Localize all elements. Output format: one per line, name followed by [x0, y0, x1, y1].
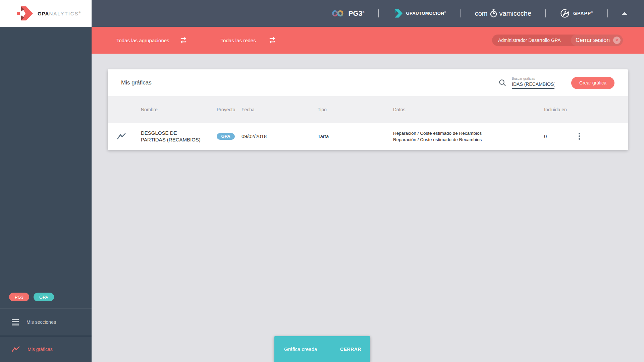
- compravamicoche-logo: com vamicoche: [475, 9, 531, 18]
- col-header-nombre: Nombre: [141, 107, 217, 112]
- gpapp-wrench-icon: [560, 8, 570, 18]
- col-header-incluida-en: Incluida en: [544, 107, 575, 112]
- gpa-badge: GPA: [34, 293, 54, 301]
- session-pill: Administrador Desarrollo GPA Cerrar sesi…: [492, 35, 623, 46]
- divider: [545, 9, 546, 17]
- table-row[interactable]: DESGLOSE DE PARTIDAS (RECAMBIOS) GPA 09/…: [108, 123, 628, 150]
- sections-list-icon: [12, 319, 19, 325]
- snackbar-message: Gráfica creada: [284, 346, 317, 352]
- page-title: Mis gráficas: [121, 79, 152, 86]
- create-chart-button[interactable]: Crear gráfica: [571, 77, 614, 89]
- snackbar-close-button[interactable]: CERRAR: [340, 347, 361, 352]
- filter-bar: Todas las agrupaciones Todas las redes A…: [92, 27, 644, 54]
- col-header-tipo: Tipo: [318, 107, 393, 112]
- gpautomocion-arrow-icon: [393, 9, 402, 18]
- top-bar: GPANALYTICS® PG3®: [0, 0, 644, 27]
- swap-redes-icon[interactable]: [268, 37, 276, 44]
- divider: [607, 9, 608, 17]
- sidebar-badges: PG3 GPA: [9, 293, 54, 301]
- card-header: Mis gráficas Buscar gráficas IDAS (RECAM…: [108, 69, 628, 96]
- search-icon[interactable]: [498, 79, 506, 87]
- col-header-datos: Datos: [393, 107, 544, 112]
- agrupaciones-filter[interactable]: Todas las agrupaciones: [116, 38, 169, 43]
- current-user-label: Administrador Desarrollo GPA: [492, 38, 571, 43]
- table-header-row: Nombre Proyecto Fecha Tipo Datos Incluid…: [108, 96, 628, 123]
- gpanalytics-logo: GPANALYTICS®: [0, 0, 92, 27]
- pg3-badge: PG3: [9, 293, 29, 301]
- included-in-cell: 0: [544, 133, 575, 139]
- line-chart-icon: [12, 346, 20, 352]
- mis-graficas-card: Mis gráficas Buscar gráficas IDAS (RECAM…: [108, 69, 628, 150]
- chart-name: DESGLOSE DE PARTIDAS (RECAMBIOS): [141, 130, 203, 143]
- col-header-proyecto: Proyecto: [217, 107, 241, 112]
- logout-button[interactable]: Cerrar sesión ✕: [571, 35, 623, 46]
- snackbar: Gráfica creada CERRAR: [274, 336, 370, 362]
- divider: [461, 9, 461, 17]
- project-cell: GPA: [217, 133, 241, 140]
- swap-agrupaciones-icon[interactable]: [179, 37, 187, 44]
- date-cell: 09/02/2018: [241, 133, 318, 139]
- row-menu-kebab-icon[interactable]: [575, 133, 583, 140]
- project-badge: GPA: [217, 133, 235, 140]
- search-input[interactable]: IDAS (RECAMBIOS): [512, 81, 554, 89]
- collapse-caret-icon[interactable]: [622, 12, 627, 15]
- gpanalytics-arrow-icon: [17, 6, 34, 20]
- col-header-fecha: Fecha: [241, 107, 318, 112]
- search-field[interactable]: Buscar gráficas IDAS (RECAMBIOS): [512, 77, 554, 89]
- topbar-brand-strip: PG3® GPAUTOMOCIÓN® com vamicoch: [331, 0, 644, 27]
- chart-type-icon: [108, 133, 141, 140]
- gpanalytics-wordmark: GPANALYTICS®: [38, 11, 81, 16]
- pg3-logo: PG3®: [331, 9, 365, 18]
- gpautomocion-logo: GPAUTOMOCIÓN®: [393, 9, 446, 18]
- stopwatch-icon: [490, 9, 497, 18]
- divider: [378, 9, 379, 17]
- redes-filter[interactable]: Todas las redes: [221, 38, 256, 43]
- gpapp-logo: GPAPP®: [560, 8, 593, 18]
- sidebar: PG3 GPA Mis secciones Mis gráficas: [0, 27, 92, 362]
- search-field-label: Buscar gráficas: [512, 77, 554, 80]
- type-cell: Tarta: [318, 133, 393, 139]
- data-cell: Reparación / Coste estimado de Recambios…: [393, 130, 544, 143]
- sidebar-item-mis-graficas[interactable]: Mis gráficas: [0, 336, 92, 362]
- sidebar-item-mis-secciones[interactable]: Mis secciones: [0, 308, 92, 336]
- pg3-infinity-icon: [331, 9, 345, 18]
- logout-close-icon[interactable]: ✕: [613, 37, 621, 44]
